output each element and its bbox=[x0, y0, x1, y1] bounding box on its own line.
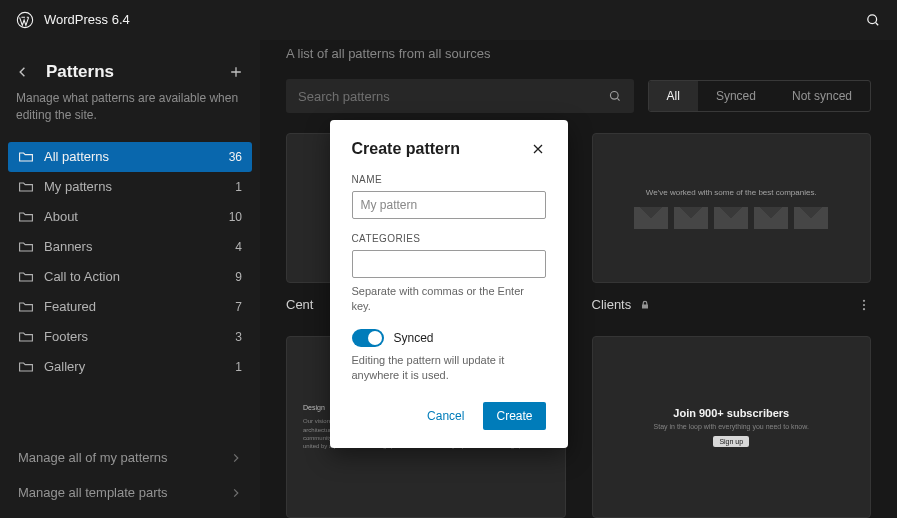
cancel-button[interactable]: Cancel bbox=[414, 402, 477, 430]
synced-toggle-label: Synced bbox=[394, 331, 434, 345]
close-icon[interactable] bbox=[530, 141, 546, 157]
synced-help-text: Editing the pattern will update it anywh… bbox=[352, 353, 546, 384]
create-button[interactable]: Create bbox=[483, 402, 545, 430]
modal-overlay: Create pattern NAME CATEGORIES Separate … bbox=[0, 0, 897, 518]
field-label-name: NAME bbox=[352, 174, 546, 185]
modal-title: Create pattern bbox=[352, 140, 530, 158]
pattern-name-input[interactable] bbox=[352, 191, 546, 219]
synced-toggle[interactable] bbox=[352, 329, 384, 347]
create-pattern-modal: Create pattern NAME CATEGORIES Separate … bbox=[330, 120, 568, 448]
field-label-categories: CATEGORIES bbox=[352, 233, 546, 244]
pattern-categories-input[interactable] bbox=[352, 250, 546, 278]
categories-help-text: Separate with commas or the Enter key. bbox=[352, 284, 546, 315]
